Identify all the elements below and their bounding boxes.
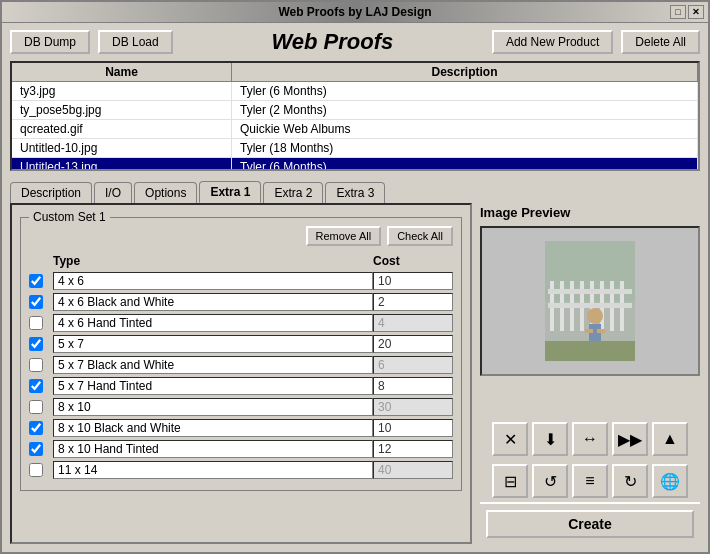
main-window: Web Proofs by LAJ Design □ ✕ DB Dump DB … bbox=[0, 0, 710, 554]
right-panel: Image Preview bbox=[480, 203, 700, 544]
controls-row1: ✕ ⬇ ↔ ▶▶ ▲ bbox=[480, 422, 700, 456]
check-all-button[interactable]: Check All bbox=[387, 226, 453, 246]
cost-col-header: Cost bbox=[373, 254, 453, 268]
tab-extra-2[interactable]: Extra 2 bbox=[263, 182, 323, 203]
file-table: Name Description ty3.jpgTyler (6 Months)… bbox=[10, 61, 700, 171]
svg-rect-15 bbox=[597, 329, 605, 333]
custom-set-box: Custom Set 1 Remove All Check All Type C… bbox=[20, 217, 462, 491]
tab-extra-3[interactable]: Extra 3 bbox=[325, 182, 385, 203]
table-cell-desc: Tyler (2 Months) bbox=[232, 101, 698, 119]
product-checkbox[interactable] bbox=[29, 274, 43, 288]
create-bar: Create bbox=[480, 502, 700, 544]
window-title: Web Proofs by LAJ Design bbox=[278, 5, 431, 19]
title-bar: Web Proofs by LAJ Design □ ✕ bbox=[2, 2, 708, 23]
product-checkbox[interactable] bbox=[29, 358, 43, 372]
nav-left-right-button[interactable]: ↔ bbox=[572, 422, 608, 456]
rotate-left-button[interactable]: ↺ bbox=[532, 464, 568, 498]
globe-button[interactable]: 🌐 bbox=[652, 464, 688, 498]
image-preview-box bbox=[480, 226, 700, 376]
svg-rect-16 bbox=[545, 341, 635, 361]
remove-all-button[interactable]: Remove All bbox=[306, 226, 382, 246]
product-cost-input[interactable] bbox=[373, 377, 453, 395]
product-cost-input bbox=[373, 461, 453, 479]
type-col-header: Type bbox=[53, 254, 373, 268]
controls-row2: ⊟ ↺ ≡ ↻ 🌐 bbox=[480, 464, 700, 498]
list-item bbox=[29, 419, 453, 437]
product-checkbox[interactable] bbox=[29, 400, 43, 414]
svg-point-12 bbox=[587, 308, 603, 324]
table-row[interactable]: Untitled-10.jpgTyler (18 Months) bbox=[12, 139, 698, 158]
create-button[interactable]: Create bbox=[486, 510, 694, 538]
svg-rect-14 bbox=[585, 329, 593, 333]
product-name-input[interactable] bbox=[53, 356, 373, 374]
nav-forward-button[interactable]: ▶▶ bbox=[612, 422, 648, 456]
rotate-right-button[interactable]: ↻ bbox=[612, 464, 648, 498]
custom-set-buttons: Remove All Check All bbox=[29, 226, 453, 246]
product-cost-input[interactable] bbox=[373, 419, 453, 437]
product-rows bbox=[29, 272, 453, 479]
product-checkbox[interactable] bbox=[29, 337, 43, 351]
preview-image bbox=[545, 241, 635, 361]
product-cost-input bbox=[373, 356, 453, 374]
list-item bbox=[29, 335, 453, 353]
tab-extra-1[interactable]: Extra 1 bbox=[199, 181, 261, 203]
add-new-product-button[interactable]: Add New Product bbox=[492, 30, 613, 54]
product-checkbox[interactable] bbox=[29, 442, 43, 456]
tab-options[interactable]: Options bbox=[134, 182, 197, 203]
db-load-button[interactable]: DB Load bbox=[98, 30, 173, 54]
product-name-input[interactable] bbox=[53, 440, 373, 458]
app-title: Web Proofs bbox=[181, 29, 484, 55]
main-area: Custom Set 1 Remove All Check All Type C… bbox=[2, 203, 708, 552]
product-checkbox[interactable] bbox=[29, 295, 43, 309]
table-cell-desc: Quickie Web Albums bbox=[232, 120, 698, 138]
product-checkbox[interactable] bbox=[29, 463, 43, 477]
minimize-button[interactable]: □ bbox=[670, 5, 686, 19]
image-preview-label: Image Preview bbox=[480, 203, 700, 222]
left-panel: Custom Set 1 Remove All Check All Type C… bbox=[10, 203, 472, 544]
svg-rect-10 bbox=[548, 289, 632, 294]
nav-up-button[interactable]: ▲ bbox=[652, 422, 688, 456]
product-cost-input[interactable] bbox=[373, 335, 453, 353]
tab-description[interactable]: Description bbox=[10, 182, 92, 203]
download-button[interactable]: ⬇ bbox=[532, 422, 568, 456]
table-row[interactable]: ty_pose5bg.jpgTyler (2 Months) bbox=[12, 101, 698, 120]
product-cost-input bbox=[373, 398, 453, 416]
tab-i/o[interactable]: I/O bbox=[94, 182, 132, 203]
list-item bbox=[29, 398, 453, 416]
table-cell-name: Untitled-13.jpg bbox=[12, 158, 232, 171]
product-cost-input bbox=[373, 314, 453, 332]
close-button[interactable]: ✕ bbox=[688, 5, 704, 19]
product-col-headers: Type Cost bbox=[29, 254, 453, 268]
table-cell-name: Untitled-10.jpg bbox=[12, 139, 232, 157]
product-name-input[interactable] bbox=[53, 272, 373, 290]
product-name-input[interactable] bbox=[53, 419, 373, 437]
table-row[interactable]: ty3.jpgTyler (6 Months) bbox=[12, 82, 698, 101]
product-name-input[interactable] bbox=[53, 335, 373, 353]
product-name-input[interactable] bbox=[53, 398, 373, 416]
table-header: Name Description bbox=[12, 63, 698, 82]
product-name-input[interactable] bbox=[53, 314, 373, 332]
delete-all-button[interactable]: Delete All bbox=[621, 30, 700, 54]
menu-button[interactable]: ≡ bbox=[572, 464, 608, 498]
svg-rect-11 bbox=[548, 303, 632, 308]
minus-button[interactable]: ⊟ bbox=[492, 464, 528, 498]
product-name-input[interactable] bbox=[53, 377, 373, 395]
product-name-input[interactable] bbox=[53, 461, 373, 479]
product-cost-input[interactable] bbox=[373, 272, 453, 290]
table-cell-name: ty3.jpg bbox=[12, 82, 232, 100]
cancel-icon-button[interactable]: ✕ bbox=[492, 422, 528, 456]
list-item bbox=[29, 314, 453, 332]
db-dump-button[interactable]: DB Dump bbox=[10, 30, 90, 54]
product-cost-input[interactable] bbox=[373, 440, 453, 458]
table-cell-desc: Tyler (6 Months) bbox=[232, 82, 698, 100]
product-cost-input[interactable] bbox=[373, 293, 453, 311]
product-checkbox[interactable] bbox=[29, 316, 43, 330]
table-body: ty3.jpgTyler (6 Months)ty_pose5bg.jpgTyl… bbox=[12, 82, 698, 171]
product-checkbox[interactable] bbox=[29, 421, 43, 435]
table-row[interactable]: Untitled-13.jpgTyler (6 Months) bbox=[12, 158, 698, 171]
product-checkbox[interactable] bbox=[29, 379, 43, 393]
tabs-area: DescriptionI/OOptionsExtra 1Extra 2Extra… bbox=[2, 175, 708, 203]
table-cell-name: ty_pose5bg.jpg bbox=[12, 101, 232, 119]
table-row[interactable]: qcreated.gifQuickie Web Albums bbox=[12, 120, 698, 139]
product-name-input[interactable] bbox=[53, 293, 373, 311]
